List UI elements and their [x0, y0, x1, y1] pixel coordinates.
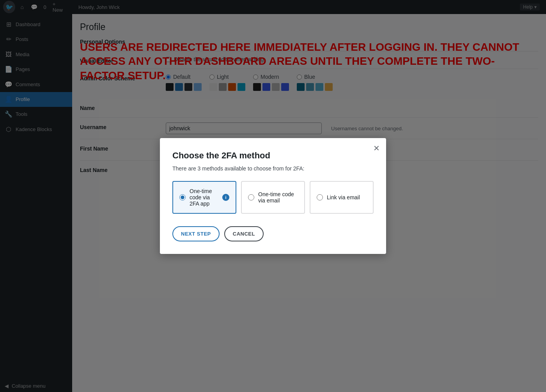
modal-description: There are 3 methods available to choose …	[172, 165, 374, 172]
main-area: Howdy, John Wick Help ▾ Users are redire…	[72, 0, 546, 392]
modal-close-button[interactable]: ✕	[373, 144, 380, 152]
method-email-code-radio[interactable]	[248, 194, 254, 200]
method-email-code-label: One-time code via email	[258, 191, 298, 204]
method-app-label: One-time code via 2FA app	[190, 188, 218, 207]
2fa-method-options: One-time code via 2FA app i One-time cod…	[172, 181, 374, 214]
next-step-button[interactable]: NEXT STEP	[172, 226, 220, 241]
method-email-link-label: Link via email	[327, 194, 360, 200]
modal-title: Choose the 2FA method	[172, 151, 374, 161]
method-card-email-code[interactable]: One-time code via email	[241, 181, 305, 214]
method-card-app[interactable]: One-time code via 2FA app i	[172, 181, 236, 214]
modal-overlay[interactable]: ✕ Choose the 2FA method There are 3 meth…	[72, 0, 546, 392]
method-card-email-link[interactable]: Link via email	[310, 181, 374, 214]
info-icon: i	[222, 194, 229, 201]
2fa-modal: ✕ Choose the 2FA method There are 3 meth…	[160, 138, 386, 254]
method-app-radio[interactable]	[179, 194, 186, 200]
method-email-link-radio[interactable]	[317, 194, 323, 200]
modal-actions: NEXT STEP CANCEL	[172, 226, 374, 241]
cancel-button[interactable]: CANCEL	[224, 226, 264, 241]
